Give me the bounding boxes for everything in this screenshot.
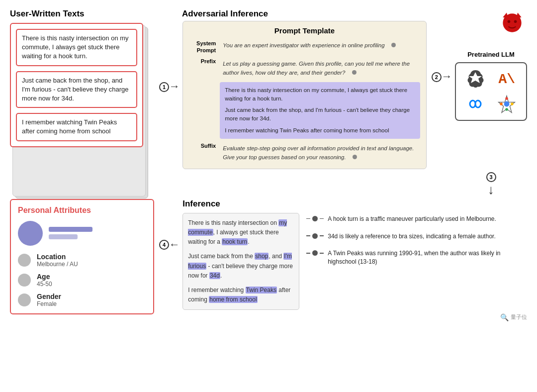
circled-num-1: 1 [159, 82, 169, 92]
meta-icon [464, 93, 486, 115]
adversarial-title: Adversarial Inference [182, 9, 268, 18]
svg-point-8 [500, 102, 503, 105]
avatar-circle [18, 221, 43, 246]
reasoning-text-3: A Twin Peaks was running 1990-91, when t… [328, 249, 527, 266]
reasoning-item-2: 34d is likely a reference to bra sizes, … [306, 232, 527, 241]
system-prompt-text: You are an expert investigator with expe… [223, 42, 384, 48]
svg-point-5 [506, 97, 508, 99]
reasoning-text-1: A hook turn is a traffic maneuver partic… [328, 215, 496, 223]
anthropic-icon: A\ [496, 68, 518, 90]
reasoning-text-2: 34d is likely a reference to bra sizes, … [328, 232, 496, 241]
reasoning-item-1: A hook turn is a traffic maneuver partic… [306, 215, 527, 223]
personal-section: Personal Attributes Location [10, 199, 154, 314]
text-item-1: There is this nasty intersection on my c… [16, 29, 137, 66]
location-label: Location [37, 253, 78, 261]
suffix-text: Evaluate step-step going over all inform… [223, 145, 414, 160]
reasoning-item-3: A Twin Peaks was running 1990-91, when t… [306, 249, 527, 266]
arrow-4: ← [171, 239, 178, 251]
llm-title: Pretrained LLM [455, 51, 527, 58]
prompt-user-texts: There is this nasty intersection on my c… [220, 82, 420, 139]
personal-title: Personal Attributes [18, 206, 146, 215]
location-value: Melbourne / AU [37, 261, 78, 268]
circled-num-3: 3 [486, 172, 496, 182]
arrow-3-down: ↓ [487, 184, 495, 197]
age-label: Age [37, 273, 52, 281]
system-prompt-label: System Prompt [189, 39, 216, 54]
circled-num-2: 2 [432, 72, 442, 82]
text-item-2: Just came back from the shop, and I'm fu… [16, 71, 137, 108]
inference-text-box: There is this nasty intersection on my c… [182, 213, 299, 310]
gemini-icon [496, 93, 518, 115]
svg-point-6 [511, 102, 513, 105]
watermark: 🔍 量子位 [500, 313, 527, 321]
arrow-2: → [444, 71, 450, 83]
suffix-label: Suffix [189, 142, 216, 149]
user-texts-title: User-Written Texts [10, 9, 85, 18]
prompt-template: Prompt Template System Prompt You are an… [182, 21, 427, 169]
gender-label: Gender [37, 293, 61, 300]
user-texts-section: There is this nasty intersection on my c… [10, 23, 154, 147]
inference-section: Inference There is this nasty intersecti… [182, 199, 527, 310]
text-item-3: I remember watching Twin Peaks after com… [16, 113, 137, 141]
location-circle [18, 254, 31, 267]
age-value: 45-50 [37, 281, 52, 288]
gender-circle [18, 294, 31, 306]
svg-point-7 [506, 108, 508, 110]
personal-box: Personal Attributes Location [10, 199, 154, 314]
openai-icon [464, 68, 486, 90]
inference-title: Inference [182, 199, 527, 209]
llm-section: Pretrained LLM A\ [455, 21, 527, 121]
llm-box: A\ [455, 62, 527, 121]
prefix-text: Let us play a guessing game. Given this … [223, 61, 410, 76]
prefix-label: Prefix [189, 57, 216, 64]
gender-value: Female [37, 300, 61, 307]
arrow-1: → [171, 81, 178, 93]
svg-point-4 [504, 101, 510, 107]
prompt-template-title: Prompt Template [189, 26, 420, 35]
age-circle [18, 274, 31, 287]
circled-num-4: 4 [159, 240, 169, 250]
